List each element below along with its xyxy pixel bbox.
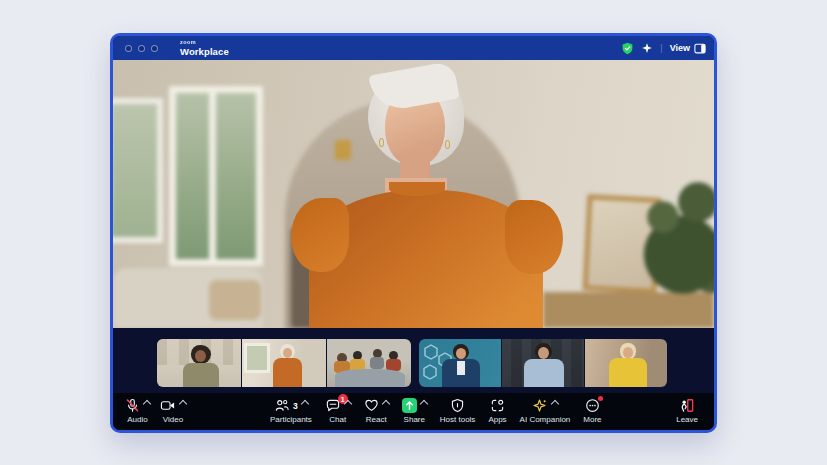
speaker-earring-right xyxy=(445,140,450,149)
thumb5-shirt xyxy=(524,359,564,387)
zoom-logo-text: zoom xyxy=(180,40,229,46)
close-window-button[interactable] xyxy=(125,45,132,52)
minimize-window-button[interactable] xyxy=(138,45,145,52)
video-thumbnail-6[interactable] xyxy=(585,339,667,387)
host-tools-button[interactable]: Host tools xyxy=(440,398,476,424)
react-button-label: React xyxy=(366,416,387,424)
sparkle-icon[interactable] xyxy=(641,42,653,54)
scene-pillow xyxy=(209,280,261,320)
scene-window-far xyxy=(113,98,163,243)
active-speaker-video xyxy=(113,60,714,328)
host-tools-button-label: Host tools xyxy=(440,416,476,424)
view-button[interactable]: View xyxy=(670,43,706,54)
participants-button-label: Participants xyxy=(270,416,312,424)
thumb4-shirt xyxy=(457,361,465,375)
scene-window-near xyxy=(169,86,263,266)
share-button[interactable]: Share xyxy=(402,398,427,424)
video-thumbnail-5[interactable] xyxy=(502,339,584,387)
participants-chevron-icon[interactable] xyxy=(301,399,309,407)
video-button[interactable]: Video xyxy=(160,398,186,424)
more-ellipsis-icon xyxy=(585,398,600,413)
thumb3-person3-body xyxy=(370,357,384,369)
audio-button[interactable]: Audio xyxy=(125,398,150,424)
ai-sparkle-icon xyxy=(532,398,548,414)
thumb2-face xyxy=(283,348,292,358)
toolbar-group-right: Leave xyxy=(676,398,698,424)
video-thumbnail-3[interactable] xyxy=(327,339,411,387)
speaker-ruffle-left xyxy=(291,198,349,272)
speaker-collar xyxy=(389,182,445,196)
zoom-meeting-window: zoom Workplace | View xyxy=(110,33,717,433)
workplace-logo-text: Workplace xyxy=(180,47,229,57)
participants-count: 3 xyxy=(293,401,298,411)
toolbar-group-left: Audio Video xyxy=(125,398,186,424)
react-button[interactable]: React xyxy=(364,398,389,424)
thumb6-face xyxy=(623,347,633,358)
video-thumbnail-2[interactable] xyxy=(242,339,326,387)
share-button-label: Share xyxy=(404,416,425,424)
titlebar-divider: | xyxy=(660,43,662,53)
maximize-window-button[interactable] xyxy=(151,45,158,52)
video-options-chevron-icon[interactable] xyxy=(179,399,187,407)
apps-icon xyxy=(490,398,505,413)
participants-button[interactable]: 3 Participants xyxy=(270,398,312,424)
speaker-ruffle-right xyxy=(505,200,563,274)
more-notification-dot xyxy=(598,396,603,401)
participants-icon xyxy=(274,398,290,413)
speaker-earring-left xyxy=(379,138,384,147)
leave-button-label: Leave xyxy=(676,416,698,424)
view-layout-grid-icon xyxy=(694,43,706,54)
video-button-label: Video xyxy=(163,416,183,424)
scene-plant xyxy=(633,172,714,322)
shield-icon xyxy=(450,398,465,413)
audio-button-label: Audio xyxy=(127,416,147,424)
mic-muted-icon xyxy=(125,398,140,413)
zoom-workplace-logo: zoom Workplace xyxy=(180,40,229,56)
ai-companion-button[interactable]: AI Companion xyxy=(520,398,571,424)
ai-companion-button-label: AI Companion xyxy=(520,416,571,424)
leave-door-icon xyxy=(679,398,695,413)
camera-icon xyxy=(160,398,176,413)
apps-button[interactable]: Apps xyxy=(488,398,506,424)
titlebar-right-controls: | View xyxy=(621,42,706,55)
encryption-shield-check-icon xyxy=(621,42,634,55)
thumb5-face xyxy=(538,347,549,359)
scene-brass-plaque xyxy=(335,140,351,160)
meeting-toolbar: Audio Video xyxy=(113,393,714,430)
more-button-label: More xyxy=(583,416,601,424)
filmstrip-group-right xyxy=(419,339,667,387)
titlebar: zoom Workplace | View xyxy=(113,36,714,60)
toolbar-group-center: 3 Participants 1 xyxy=(270,398,602,424)
share-screen-icon xyxy=(402,398,417,413)
thumb1-body xyxy=(183,363,219,387)
thumb1-face xyxy=(195,350,206,362)
filmstrip-group-left xyxy=(157,339,411,387)
thumb6-blazer xyxy=(609,358,647,387)
view-button-label: View xyxy=(670,43,690,53)
ai-companion-chevron-icon[interactable] xyxy=(551,399,559,407)
thumb4-face xyxy=(456,348,466,359)
react-chevron-icon[interactable] xyxy=(382,399,390,407)
thumb2-window xyxy=(244,343,270,373)
window-content: zoom Workplace | View xyxy=(113,36,714,430)
scene-window-mullion xyxy=(209,86,216,266)
leave-button[interactable]: Leave xyxy=(676,398,698,424)
chat-button[interactable]: 1 Chat xyxy=(325,398,351,424)
share-chevron-icon[interactable] xyxy=(420,399,428,407)
heart-icon xyxy=(364,398,379,413)
thumb2-body xyxy=(273,358,302,387)
more-button[interactable]: More xyxy=(583,398,601,424)
video-thumbnail-1[interactable] xyxy=(157,339,241,387)
audio-options-chevron-icon[interactable] xyxy=(143,399,151,407)
filmstrip xyxy=(113,328,714,393)
thumb3-table xyxy=(335,369,405,387)
video-thumbnail-4[interactable] xyxy=(419,339,501,387)
apps-button-label: Apps xyxy=(488,416,506,424)
window-controls xyxy=(125,45,158,52)
chat-button-label: Chat xyxy=(329,416,346,424)
